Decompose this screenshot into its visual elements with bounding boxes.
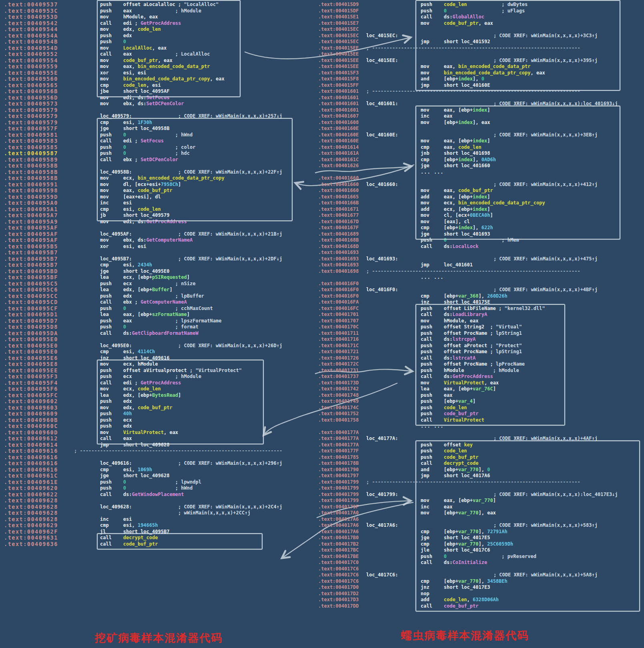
asm-instruction-line[interactable]: push 0 ; uFlags — [421, 8, 525, 14]
asm-instruction-line[interactable]: inc eax — [421, 504, 452, 510]
address[interactable]: .text:004017D2 — [318, 591, 359, 597]
address[interactable]: .text:004017D3 — [318, 597, 359, 603]
address[interactable]: .text:004015EE — [318, 45, 359, 52]
address[interactable]: .text:004017C6 — [318, 578, 359, 585]
address[interactable]: .text:00401701 — [318, 312, 359, 318]
address[interactable]: .text:00401608 — [318, 120, 359, 126]
asm-instruction-line[interactable]: push offset ProcName ; lpProcName — [421, 361, 525, 368]
asm-instruction-line[interactable]: cmp [ebp+var_770], 72791Ah — [421, 529, 508, 535]
address[interactable]: .text:00401752 — [318, 411, 359, 417]
asm-instruction-line[interactable]: mov bin_encoded_code_data_ptr_copy, eax — [421, 70, 545, 76]
address[interactable]: .text:00401785 — [318, 454, 359, 461]
asm-instruction-line[interactable]: cmp [ebp+index], 622h — [421, 225, 493, 231]
address[interactable]: .text:00401799 — [318, 479, 359, 486]
asm-label-line[interactable]: loc_401799: ; CODE XREF: wWinMain(x,x,x,… — [366, 492, 618, 498]
address[interactable]: .text:004017C6 — [318, 572, 359, 578]
asm-instruction-line[interactable]: add eax, [ebp+index] — [421, 194, 490, 200]
asm-instruction-line[interactable]: push code_len — [421, 448, 467, 454]
asm-instruction-line[interactable]: cmp [ebp+var_770], 25C6059Dh — [421, 541, 513, 548]
asm-instruction-line[interactable]: mov [eax], cl — [421, 219, 470, 225]
asm-instruction-line[interactable]: cmp [ebp+var_770], 3458BEh — [421, 578, 508, 585]
address[interactable]: .text:004017C6 — [318, 566, 359, 572]
asm-instruction-line[interactable]: mov eax, [ebp+index] — [421, 107, 490, 114]
asm-instruction-line[interactable]: push code_buf_ptr — [421, 411, 479, 417]
address[interactable]: .text:00401601 — [318, 95, 359, 101]
asm-instruction-line[interactable]: jnb short loc_401698 — [421, 150, 490, 157]
asm-instruction-line[interactable]: call VirtualProtect — [421, 417, 484, 424]
address[interactable]: .text:00401693 — [318, 250, 359, 256]
address[interactable]: .text:00401671 — [318, 206, 359, 213]
address[interactable]: .text:00401799 — [318, 485, 359, 492]
address[interactable]: .text:0040177F — [318, 448, 359, 454]
address[interactable]: .text:004015EE — [318, 58, 359, 64]
address[interactable]: .text:00401742 — [318, 386, 359, 392]
address[interactable]: .text:004017A6 — [318, 516, 359, 523]
address[interactable]: .text:004015EE — [318, 64, 359, 70]
address[interactable]: .text:0040172C — [318, 361, 359, 368]
asm-instruction-line[interactable]: cmp [ebp+var_368], 260D26h — [421, 293, 508, 300]
asm-instruction-line[interactable]: push code_buf_ptr — [421, 454, 479, 461]
asm-label-line[interactable]: loc_401601: ; CODE XREF: wWinMain(x,x,x,… — [366, 101, 618, 107]
address[interactable]: .text:004017A6 — [318, 522, 359, 529]
address[interactable]: .text:00401677 — [318, 212, 359, 219]
address[interactable]: .text:004015F8 — [318, 76, 359, 82]
asm-instruction-line[interactable]: push [ebp+var_4] — [421, 398, 475, 405]
address[interactable]: .text:004015E1 — [318, 14, 359, 20]
asm-instruction-line[interactable]: mov cl, [ecx+0BECA0h] — [421, 212, 493, 219]
address[interactable]: .text:00401614 — [318, 144, 359, 151]
address[interactable]: .text:00401693 — [318, 256, 359, 262]
address[interactable]: .text:004016FC — [318, 306, 359, 312]
asm-instruction-line[interactable]: push eax — [421, 392, 452, 399]
address[interactable]: .text:00401721 — [318, 349, 359, 355]
address[interactable]: .text:00401665 — [318, 194, 359, 200]
asm-label-line[interactable]: loc_401660: ; CODE XREF: wWinMain(x,x,x,… — [366, 182, 598, 188]
address[interactable]: .text:00401737 — [318, 374, 359, 380]
asm-instruction-line[interactable]: and [ebp+var_770], 0 — [421, 467, 490, 473]
asm-instruction-line[interactable]: mov [ebp+index], eax — [421, 120, 490, 126]
address[interactable]: .text:00401797 — [318, 473, 359, 479]
address[interactable]: .text:00401601 — [318, 101, 359, 107]
asm-instruction-line[interactable]: push hModule ; hModule — [421, 368, 519, 374]
asm-instruction-line[interactable]: jge short loc_4017E5 — [421, 535, 490, 541]
address[interactable]: .text:0040177A — [318, 436, 359, 442]
asm-separator-line[interactable]: ; --------------------------------------… — [366, 88, 580, 95]
address[interactable]: .text:00401601 — [318, 107, 359, 114]
address[interactable]: .text:004017D0 — [318, 584, 359, 591]
address[interactable]: .text:00401748 — [318, 392, 359, 399]
address[interactable]: .text:00401726 — [318, 355, 359, 362]
address[interactable]: .text:0040177A — [318, 430, 359, 436]
asm-label-line[interactable]: loc_40160E: ; CODE XREF: wWinMain(x,x,x,… — [366, 132, 598, 138]
asm-instruction-line[interactable]: mov eax, code_buf_ptr — [421, 188, 493, 194]
address[interactable]: .text:0040161C — [318, 157, 359, 163]
asm-instruction-line[interactable]: push offset key — [421, 442, 473, 448]
collapsed-lines-indicator[interactable]: ... ... — [421, 423, 444, 430]
address[interactable]: .text:004015E7 — [318, 20, 359, 27]
address[interactable]: .text:004017C0 — [318, 560, 359, 566]
asm-label-line[interactable]: loc_4017C6: ; CODE XREF: wWinMain(x,x,x,… — [366, 572, 598, 578]
asm-instruction-line[interactable]: push offset LibFileName ; "kernel32.dll" — [421, 306, 545, 312]
address[interactable]: .text:0040166B — [318, 200, 359, 206]
asm-separator-line[interactable]: ; --------------------------------------… — [366, 45, 580, 52]
asm-instruction-line[interactable]: jge short loc_401660 — [421, 163, 490, 169]
asm-instruction-line[interactable]: call decrypt_code — [421, 460, 479, 467]
asm-instruction-line[interactable]: cmp eax, code_len — [421, 144, 481, 151]
asm-instruction-line[interactable]: push offset aProtect ; "Protect" — [421, 343, 522, 349]
asm-instruction-line[interactable]: add code_len, 6328D06Ah — [421, 597, 499, 603]
asm-instruction-line[interactable]: push offset ProcName ; lpString1 — [421, 349, 522, 355]
asm-instruction-line[interactable]: jle short loc_4017C6 — [421, 547, 490, 554]
asm-instruction-line[interactable]: jmp loc_401601 — [421, 262, 473, 268]
asm-instruction-line[interactable]: add ecx, [ebp+index] — [421, 206, 490, 213]
asm-label-line[interactable]: loc_40177A: ; CODE XREF: wWinMain(x,x,x,… — [366, 436, 598, 442]
asm-instruction-line[interactable]: cmp [ebp+index], 0AD6h — [421, 157, 496, 163]
asm-instruction-line[interactable]: push code_len ; dwBytes — [421, 2, 528, 8]
address[interactable]: .text:0040170C — [318, 324, 359, 330]
address[interactable]: .text:004015FF — [318, 82, 359, 89]
address[interactable]: .text:0040160E — [318, 126, 359, 132]
asm-instruction-line[interactable]: mov eax, [ebp+index] — [421, 138, 490, 144]
address[interactable]: .text:0040160E — [318, 138, 359, 144]
asm-instruction-line[interactable]: inc eax — [421, 113, 452, 120]
address[interactable]: .text:004017BE — [318, 554, 359, 560]
address[interactable]: .text:00401660 — [318, 175, 359, 182]
asm-instruction-line[interactable]: and [ebp+index], 0 — [421, 76, 484, 82]
address[interactable]: .text:004017A0 — [318, 510, 359, 516]
